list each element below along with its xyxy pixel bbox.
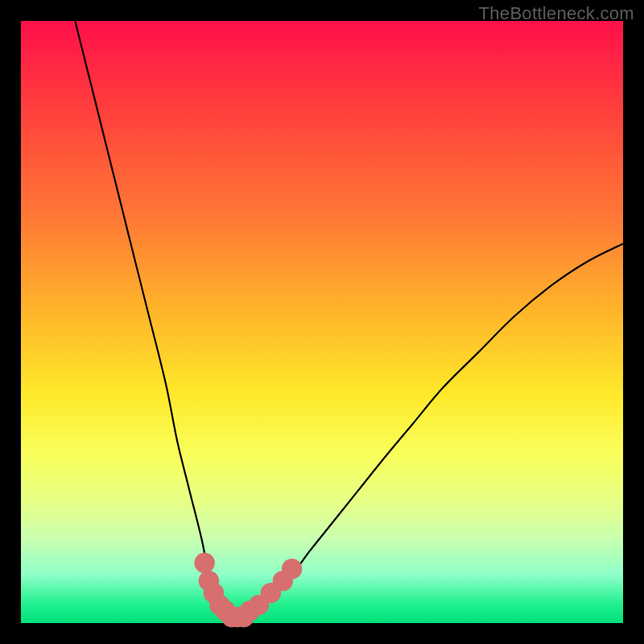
outer-frame: TheBottleneck.com	[0, 0, 644, 644]
curve-svg	[21, 21, 623, 623]
plot-area	[21, 21, 623, 623]
bottleneck-curve	[75, 21, 623, 617]
watermark-text: TheBottleneck.com	[479, 3, 634, 24]
marker-dot	[194, 553, 214, 573]
marker-dot	[282, 559, 302, 579]
optimum-markers	[194, 553, 302, 628]
